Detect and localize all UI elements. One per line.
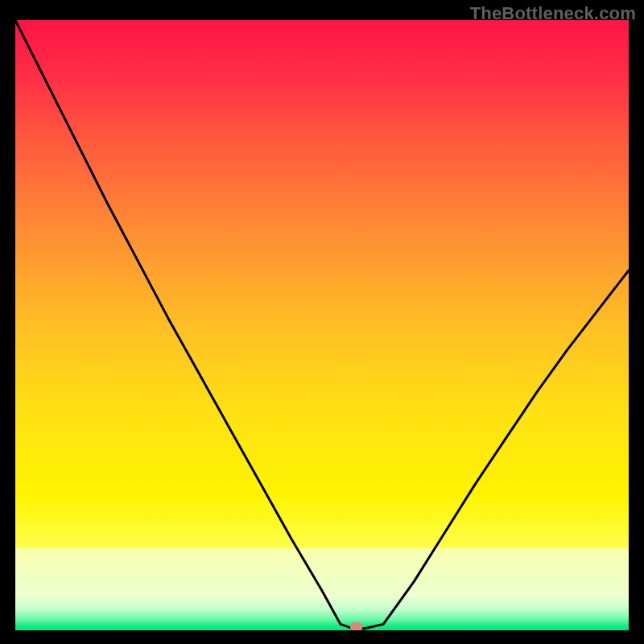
- chart-frame: TheBottleneck.com: [0, 0, 644, 644]
- chart-svg: [15, 20, 629, 630]
- watermark-text: TheBottleneck.com: [470, 3, 636, 24]
- plot-area: [15, 20, 629, 630]
- gradient-background: [15, 20, 629, 630]
